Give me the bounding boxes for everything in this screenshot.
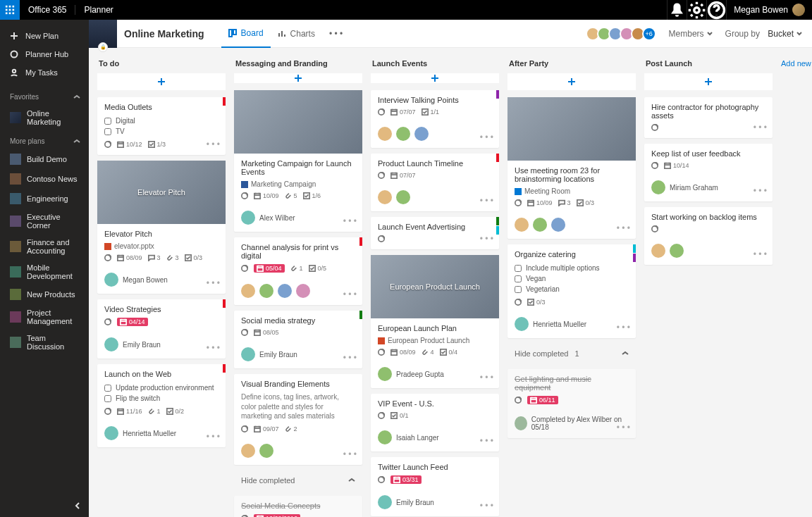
task-card[interactable]: Use meeting room 23 for brainstorming lo…	[508, 97, 636, 239]
hide-completed-toggle[interactable]: Hide completed 1	[508, 344, 636, 363]
favorites-heading[interactable]: Favorites	[0, 86, 89, 105]
add-task-button[interactable]	[234, 73, 362, 83]
task-card[interactable]: Marketing Campaign for Launch Events Mar…	[234, 90, 362, 232]
task-card[interactable]: Social Media Concepts 12/20/2016Complete…	[234, 496, 362, 518]
task-card[interactable]: Twitter Launch Feed 03/31Emily Braun• • …	[371, 457, 499, 516]
card-more-button[interactable]: • • •	[207, 278, 220, 288]
sidebar-plan-item[interactable]: New Products	[0, 285, 89, 304]
bucket-title[interactable]: Post Launch	[644, 56, 773, 73]
nav-my-tasks[interactable]: My Tasks	[0, 63, 89, 82]
task-card[interactable]: Channel analysis for print vs digital 05…	[234, 237, 362, 305]
add-bucket-button[interactable]: Add new bu	[781, 56, 812, 509]
card-more-button[interactable]: • • •	[207, 343, 220, 353]
card-preview-image: European Product Launch	[371, 255, 499, 318]
checklist-item[interactable]: Digital	[104, 116, 219, 126]
attach-icon	[166, 254, 173, 261]
task-card[interactable]: Keep list of user feedback 10/14Miriam G…	[644, 144, 773, 201]
card-more-button[interactable]: • • •	[753, 123, 767, 132]
card-more-button[interactable]: • • •	[480, 373, 493, 382]
card-more-button[interactable]: • • •	[753, 186, 767, 196]
card-more-button[interactable]: • • •	[480, 196, 493, 206]
task-card[interactable]: Interview Talking Points 07/07 1/1• • •	[371, 90, 499, 148]
checklist-item[interactable]: Flip the switch	[104, 393, 219, 404]
card-more-button[interactable]: • • •	[343, 216, 357, 226]
bucket-title[interactable]: Launch Events	[371, 56, 499, 73]
checklist-checkbox[interactable]	[104, 395, 111, 402]
checklist-item[interactable]: Include multiple options	[515, 263, 629, 273]
task-card[interactable]: Visual Branding ElementsDefine icons, ta…	[234, 374, 362, 465]
help-button[interactable]	[706, 0, 726, 20]
hide-completed-toggle[interactable]: Hide completed	[234, 471, 362, 490]
bucket-title[interactable]: Messaging and Branding	[234, 56, 362, 73]
card-more-button[interactable]: • • •	[343, 289, 357, 299]
card-more-button[interactable]: • • •	[343, 353, 357, 363]
checklist-checkbox[interactable]	[104, 118, 111, 125]
member-overflow-count[interactable]: +6	[642, 27, 656, 41]
task-card[interactable]: European Product LaunchEuropean Launch P…	[371, 255, 499, 388]
task-card[interactable]: Product Launch Timeline 07/07• • •	[371, 154, 499, 211]
sidebar-plan-item[interactable]: Build Demo	[0, 149, 89, 169]
task-card[interactable]: Organize cateringInclude multiple option…	[508, 244, 636, 338]
task-card[interactable]: VIP Event - U.S. 0/1Isaiah Langer• • •	[371, 394, 499, 451]
sidebar-plan-item[interactable]: Engineering	[0, 189, 89, 208]
nav-new-plan[interactable]: New Plan	[0, 27, 89, 45]
checklist-checkbox[interactable]	[104, 128, 111, 135]
bucket-title[interactable]: After Party	[508, 56, 636, 73]
nav-planner-hub[interactable]: Planner Hub	[0, 45, 89, 63]
favorite-plan-online-marketing[interactable]: Online Marketing	[0, 105, 89, 130]
bucket-title[interactable]: To do	[97, 56, 226, 73]
checklist-item[interactable]: Vegetarian	[515, 284, 629, 294]
task-card[interactable]: Launch on the WebUpdate production envir…	[97, 364, 226, 447]
card-more-button[interactable]: • • •	[617, 423, 630, 432]
card-more-button[interactable]: • • •	[207, 139, 220, 149]
card-more-button[interactable]: • • •	[343, 449, 357, 459]
card-more-button[interactable]: • • •	[480, 501, 493, 511]
o365-brand[interactable]: Office 365	[20, 5, 75, 15]
task-card[interactable]: Elevator PitchElevator Pitch elevator.pp…	[97, 161, 226, 294]
task-card[interactable]: Media OutletsDigitalTV 10/12 1/3• • •	[97, 97, 226, 155]
checklist-item[interactable]: Vegan	[515, 273, 629, 284]
more-button[interactable]: • • •	[322, 20, 350, 48]
sidebar-plan-item[interactable]: Contoso News	[0, 169, 89, 189]
checklist-item[interactable]: TV	[104, 126, 219, 137]
tab-board[interactable]: Board	[221, 20, 271, 48]
add-task-button[interactable]	[97, 73, 226, 90]
notifications-button[interactable]	[667, 0, 687, 20]
checklist-checkbox[interactable]	[515, 286, 522, 293]
user-menu[interactable]: Megan Bowen	[726, 0, 812, 20]
more-plans-heading[interactable]: More plans	[0, 130, 89, 149]
task-card[interactable]: Social media strategy 08/05Emily Braun• …	[234, 311, 362, 368]
sidebar-collapse-button[interactable]	[73, 502, 82, 511]
sidebar-plan-item[interactable]: Team Discussion	[0, 330, 89, 355]
card-more-button[interactable]: • • •	[207, 432, 220, 442]
sidebar-plan-item[interactable]: Mobile Development	[0, 259, 89, 285]
card-more-button[interactable]: • • •	[617, 223, 630, 233]
settings-button[interactable]	[687, 0, 706, 20]
card-more-button[interactable]: • • •	[753, 249, 767, 259]
task-card[interactable]: Hire contractor for photography assets• …	[644, 97, 773, 138]
tab-charts[interactable]: Charts	[271, 20, 322, 48]
card-attachment: elevator.pptx	[104, 242, 219, 250]
plan-members[interactable]: +6	[589, 27, 656, 41]
task-card[interactable]: Launch Event Advertising• • •	[371, 217, 499, 249]
checklist-checkbox[interactable]	[515, 265, 522, 272]
sidebar-plan-item[interactable]: Executive Corner	[0, 208, 89, 234]
group-by-dropdown[interactable]: Group by Bucket	[725, 29, 802, 39]
task-card[interactable]: Get lighting and music equipment 06/11Co…	[508, 369, 636, 438]
task-card[interactable]: Start working on backlog items• • •	[644, 207, 773, 265]
add-task-button[interactable]	[644, 73, 773, 90]
sidebar-plan-item[interactable]: Project Management	[0, 304, 89, 330]
checklist-checkbox[interactable]	[515, 275, 522, 282]
card-more-button[interactable]: • • •	[480, 436, 493, 446]
checklist-item[interactable]: Update production environment	[104, 382, 219, 393]
card-more-button[interactable]: • • •	[480, 234, 493, 244]
card-more-button[interactable]: • • •	[480, 132, 493, 142]
app-launcher-button[interactable]	[0, 0, 20, 20]
add-task-button[interactable]	[371, 73, 499, 83]
card-more-button[interactable]: • • •	[617, 323, 630, 332]
sidebar-plan-item[interactable]: Finance and Accounting	[0, 234, 89, 259]
add-task-button[interactable]	[508, 73, 636, 90]
checklist-checkbox[interactable]	[104, 385, 111, 392]
members-dropdown[interactable]: Members	[669, 29, 713, 39]
task-card[interactable]: Video Strategies 04/14Emily Braun• • •	[97, 299, 226, 359]
